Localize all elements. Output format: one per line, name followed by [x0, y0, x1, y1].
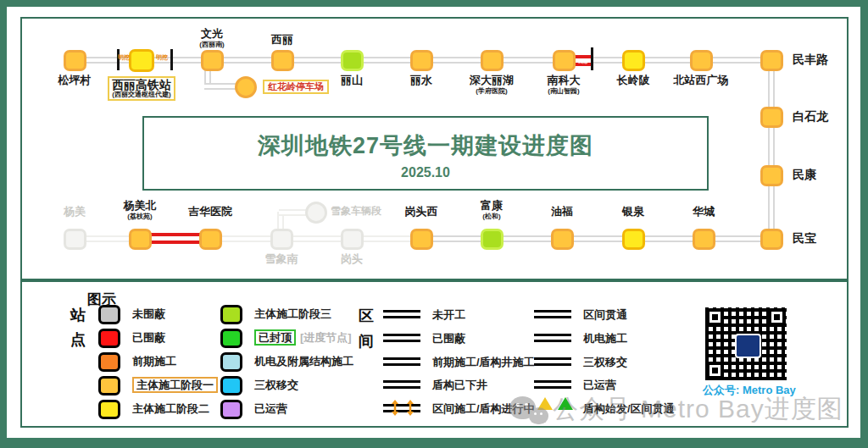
station-label: 丽山	[341, 75, 363, 87]
legend-line-已运营	[534, 380, 571, 389]
station-雪象南	[270, 229, 293, 250]
legend-swatch-主体施工阶段二	[98, 400, 120, 419]
station-华城	[693, 229, 715, 250]
station-岗头西	[410, 229, 433, 250]
station-民丰路	[760, 50, 783, 71]
legend-line-区间施工/盾构进行中	[383, 404, 420, 412]
station-杨美北	[129, 229, 152, 250]
track-segment	[421, 235, 775, 242]
station-杨美	[64, 229, 86, 250]
station-北站西广场	[690, 50, 713, 71]
construction-tick	[170, 49, 173, 70]
station-label: 富康(松和)	[481, 200, 503, 221]
shield-start-triangle-icon	[537, 397, 553, 410]
station-丽山	[341, 50, 364, 71]
station-label: 深大丽湖(学府医院)	[470, 75, 514, 96]
legend-label: 机电及附属结构施工	[254, 354, 353, 369]
legend-swatch-前期施工	[98, 352, 120, 372]
depot-label: 雪象车辆段	[331, 206, 381, 218]
legend-line-已围蔽	[383, 334, 420, 342]
legend-label: 未围蔽	[132, 307, 165, 322]
station-label: 北站西广场	[674, 75, 729, 87]
legend-label: 主体施工阶段二	[132, 401, 209, 417]
station-丽水	[410, 50, 433, 71]
station-文光	[201, 50, 224, 71]
legend-line-三权移交	[534, 357, 571, 366]
legend-label: 盾构始发/区间贯通	[583, 401, 675, 417]
legend-line-区间贯通	[534, 310, 571, 318]
legend-word-station-2: 点	[70, 329, 86, 350]
legend-swatch-主体施工阶段三	[220, 305, 242, 324]
legend-label: 主体施工阶段一	[132, 378, 218, 393]
station-label: 南科大(南山智园)	[548, 75, 581, 96]
station-南科大	[553, 50, 576, 71]
legend-label: 区间施工/盾构进行中	[432, 401, 535, 417]
tunnel-through-triangle-icon	[558, 397, 573, 410]
station-深大丽湖	[481, 50, 504, 71]
fenced-section	[147, 233, 205, 244]
station-label: 杨美北(荔枝苑)	[124, 200, 157, 221]
page-title: 深圳地铁27号线一期建设进度图	[144, 130, 707, 161]
legend-label: 主体施工阶段三	[254, 307, 331, 322]
legend-word-section-1: 区	[359, 306, 374, 326]
legend-label: 盾构已下井	[432, 378, 487, 393]
title-date: 2025.10	[144, 165, 707, 180]
mini-label: 明挖	[156, 53, 168, 62]
legend-label: 区间贯通	[583, 307, 627, 323]
station-label: 文光(西丽南)	[199, 28, 224, 49]
station-富康	[481, 229, 504, 250]
legend-label: 未开工	[432, 307, 465, 323]
legend-label: 前期施工/盾构井施工	[432, 355, 535, 370]
legend-label: 前期施工	[132, 354, 176, 369]
qr-finder-icon	[706, 308, 724, 326]
station-label-box: 西丽高铁站(西丽交通枢纽代建)	[108, 76, 175, 101]
legend-label: 已封顶[进度节点]	[254, 330, 352, 346]
station-label: 华城	[693, 206, 715, 218]
depot-label-box: 红花岭停车场	[263, 80, 329, 94]
legend-swatch-主体施工阶段一	[98, 376, 120, 395]
station-label: 民丰路	[793, 53, 828, 66]
legend-label: 已运营	[254, 401, 287, 417]
qr-caption: 公众号: Metro Bay	[703, 383, 796, 398]
station-银泉	[622, 229, 645, 250]
depot-雪象车辆段	[305, 202, 327, 224]
station-label: 西丽	[271, 34, 293, 47]
legend-label: 已运营	[583, 378, 616, 393]
station-label: 雪象南	[265, 253, 298, 266]
station-label: 银泉	[622, 206, 644, 218]
station-岗头	[341, 229, 364, 250]
station-西丽高铁站	[129, 49, 154, 72]
legend-label: 三权移交	[254, 378, 298, 393]
station-松坪村	[64, 50, 86, 71]
station-长岭陂	[622, 50, 645, 71]
legend-swatch-已运营	[220, 400, 242, 419]
station-民康	[760, 165, 783, 186]
track-segment	[73, 235, 424, 242]
station-民宝	[760, 229, 783, 250]
station-油福	[551, 229, 574, 250]
legend-line-盾构已下井	[383, 380, 420, 389]
qr-finder-icon	[768, 308, 786, 326]
station-label: 吉华医院	[188, 206, 232, 218]
mini-label: 明挖	[118, 53, 130, 62]
legend-swatch-已封顶	[220, 329, 242, 348]
legend-label: 已围蔽	[432, 331, 465, 346]
station-label: 岗头	[341, 253, 363, 266]
progress-map-poster: 松坪村西丽高铁站(西丽交通枢纽代建)文光(西丽南)西丽丽山丽水深大丽湖(学府医院…	[0, 0, 868, 448]
station-西丽	[271, 50, 294, 71]
station-白石龙	[760, 107, 783, 128]
legend-word-section-2: 间	[359, 331, 374, 351]
legend-swatch-三权移交	[220, 376, 242, 395]
station-label: 油福	[551, 206, 573, 218]
legend-line-机电施工	[534, 334, 571, 342]
legend-swatch-已围蔽	[98, 329, 120, 348]
station-label: 丽水	[410, 75, 432, 87]
legend-word-station-1: 站	[70, 305, 86, 325]
construction-tick	[591, 47, 593, 70]
legend-label: 三权移交	[583, 355, 627, 370]
track-segment	[768, 57, 775, 243]
qr-center-logo-icon	[735, 334, 761, 358]
station-label: 长岭陂	[617, 75, 650, 87]
depot-红花岭停车场	[235, 76, 257, 98]
legend-swatch-机电及附属结构施工	[220, 352, 242, 372]
